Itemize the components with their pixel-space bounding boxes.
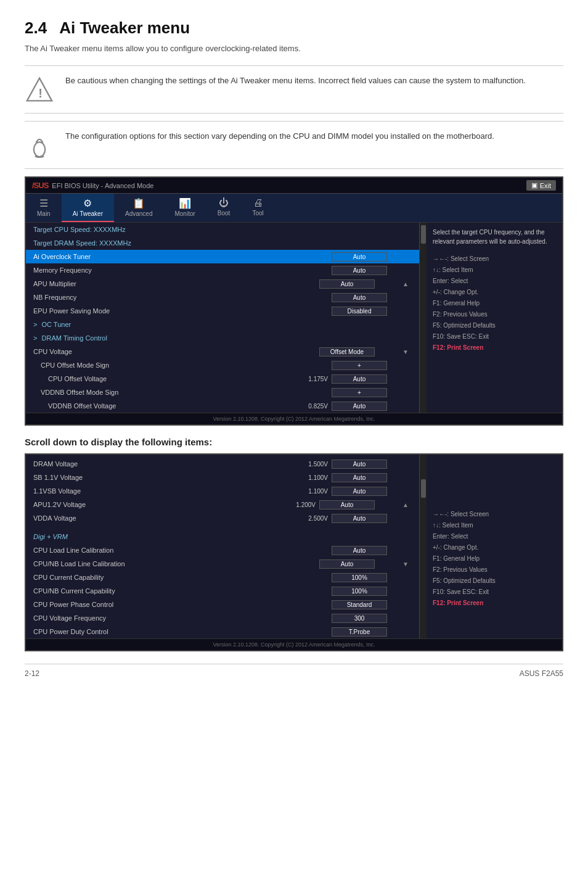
row-cpunb-load-line[interactable]: CPU/NB Load Line Calibration Auto ▼: [26, 557, 419, 571]
bios-right-panel-2: →←-: Select Screen ↑↓: Select Item Enter…: [427, 455, 562, 638]
monitor-icon: 📊: [179, 197, 191, 209]
cpu-power-duty-control-label: CPU Power Duty Control: [33, 628, 332, 635]
epu-power-saving-value: Disabled: [332, 307, 387, 316]
info-icon: [25, 130, 54, 160]
row-dram-timing-control[interactable]: > DRAM Timing Control: [26, 331, 419, 345]
row-vddnb-offset-voltage[interactable]: VDDNB Offset Voltage 0.825V Auto: [26, 399, 419, 413]
row-cpu-voltage[interactable]: CPU Voltage Offset Mode ▼: [26, 345, 419, 358]
row-vddnb-offset-mode-sign[interactable]: VDDNB Offset Mode Sign +: [26, 386, 419, 399]
dram-voltage-value: Auto: [332, 460, 387, 469]
nav-tool-label: Tool: [252, 210, 263, 217]
row-apu12v-voltage[interactable]: APU1.2V Voltage 1.200V Auto ▲: [26, 498, 419, 511]
digi-vrm-label: Digi + VRM: [33, 533, 412, 540]
row-apu-multiplier[interactable]: APU Multiplier Auto ▲: [26, 277, 419, 291]
section-description: The Ai Tweaker menu items allow you to c…: [25, 44, 563, 53]
section-number: 2.4: [25, 19, 47, 38]
row-cpu-offset-voltage[interactable]: CPU Offset Voltage 1.175V Auto: [26, 372, 419, 386]
cpu-power-phase-control-value: Standard: [332, 600, 387, 609]
nb-frequency-label: NB Frequency: [33, 294, 332, 301]
key-enter: Enter: Select: [433, 276, 556, 287]
row-nb-frequency[interactable]: NB Frequency Auto: [26, 291, 419, 304]
scrollbar-thumb-2: [421, 479, 426, 498]
vdda-voltage-value: Auto: [332, 514, 387, 523]
cpu-voltage-value-col: Offset Mode: [319, 347, 399, 357]
nav-ai-tweaker[interactable]: ⚙ Ai Tweaker: [62, 194, 114, 222]
ai-overclock-tuner-label: Ai Overclock Tuner: [33, 253, 332, 260]
sb-voltage-offset: 1.100V: [295, 474, 332, 481]
row-cpu-voltage-frequency[interactable]: CPU Voltage Frequency 300: [26, 611, 419, 625]
vddnb-offset-mode-sign-value-col: +: [332, 388, 412, 397]
row-ai-overclock-tuner[interactable]: Ai Overclock Tuner Auto: [26, 250, 419, 263]
dram-timing-label: > DRAM Timing Control: [33, 334, 412, 342]
cpu-current-capability-value: 100%: [332, 573, 387, 582]
row-11vsb-voltage[interactable]: 1.1VSB Voltage 1.100V Auto: [26, 484, 419, 498]
nav-monitor[interactable]: 📊 Monitor: [163, 194, 206, 222]
row-sb-voltage[interactable]: SB 1.1V Voltage 1.100V Auto: [26, 471, 419, 484]
asus-logo: /SUS: [32, 181, 48, 190]
vdda-voltage-offset: 2.500V: [295, 515, 332, 522]
row-cpu-power-phase-control[interactable]: CPU Power Phase Control Standard: [26, 598, 419, 611]
memory-frequency-value: Auto: [332, 266, 387, 275]
cpunb-current-capability-label: CPU/NB Current Capability: [33, 587, 332, 595]
cpu-offset-voltage-offset: 1.175V: [295, 376, 332, 382]
row-cpu-load-line[interactable]: CPU Load Line Calibration Auto: [26, 543, 419, 557]
bios-right-panel-1: Select the target CPU frequency, and the…: [427, 223, 562, 413]
nav-main[interactable]: ☰ Main: [26, 194, 62, 222]
svg-text:!: !: [38, 86, 43, 100]
row-oc-tuner[interactable]: > OC Tuner: [26, 318, 419, 331]
cpunb-load-line-arrow: ▼: [399, 561, 412, 567]
bios-rows: Target CPU Speed: XXXXMHz Target DRAM Sp…: [26, 223, 419, 413]
exit-label: Exit: [540, 182, 551, 189]
cpu-offset-voltage-label: CPU Offset Voltage: [33, 375, 295, 382]
cpu-voltage-frequency-value: 300: [332, 614, 387, 623]
sb-voltage-value-col: Auto: [332, 473, 412, 482]
cpu-voltage-label: CPU Voltage: [33, 348, 319, 355]
bios-keys-1: →←-: Select Screen ↑↓: Select Item Enter…: [433, 254, 556, 353]
row-cpunb-current-capability[interactable]: CPU/NB Current Capability 100%: [26, 584, 419, 598]
bios-content-2: DRAM Voltage 1.500V Auto SB 1.1V Voltage…: [26, 455, 562, 638]
apu-multiplier-value: Auto: [319, 279, 375, 289]
scroll-label: Scroll down to display the following ite…: [25, 437, 563, 447]
bios-mode-text: EFI BIOS Utility - Advanced Mode: [52, 182, 153, 189]
row-epu-power-saving[interactable]: EPU Power Saving Mode Disabled: [26, 304, 419, 318]
row-cpu-offset-mode-sign[interactable]: CPU Offset Mode Sign +: [26, 358, 419, 372]
product-name: ASUS F2A55: [520, 669, 563, 678]
target-cpu-speed-label: Target CPU Speed: XXXXMHz: [33, 226, 412, 233]
cpu-power-phase-control-label: CPU Power Phase Control: [33, 601, 332, 608]
key2-f5: F5: Optimized Defaults: [433, 576, 556, 587]
ai-overclock-tuner-value-col: Auto: [332, 252, 412, 262]
row-dram-voltage[interactable]: DRAM Voltage 1.500V Auto: [26, 457, 419, 471]
nav-tool[interactable]: 🖨 Tool: [241, 194, 274, 222]
key2-select-item: ↑↓: Select Item: [433, 520, 556, 531]
11vsb-voltage-value: Auto: [332, 487, 387, 496]
apu-multiplier-arrow: ▲: [399, 281, 412, 287]
bios-nav: ☰ Main ⚙ Ai Tweaker 📋 Advanced 📊 Monitor…: [26, 194, 562, 223]
bios-header: /SUS EFI BIOS Utility - Advanced Mode ▣ …: [26, 178, 562, 194]
memory-frequency-label: Memory Frequency: [33, 266, 332, 274]
page-number: 2-12: [25, 669, 39, 678]
info-text: The configuration options for this secti…: [65, 130, 494, 142]
cpu-offset-mode-sign-value: +: [332, 361, 387, 370]
cpu-voltage-value: Offset Mode: [319, 347, 375, 357]
apu-multiplier-value-col: Auto: [319, 279, 399, 289]
section-header: 2.4 Ai Tweaker menu: [25, 19, 563, 38]
key2-change-opt: +/-: Change Opt.: [433, 542, 556, 553]
11vsb-voltage-label: 1.1VSB Voltage: [33, 487, 295, 495]
row-memory-frequency[interactable]: Memory Frequency Auto: [26, 263, 419, 277]
row-cpu-current-capability[interactable]: CPU Current Capability 100%: [26, 571, 419, 584]
exit-icon: ▣: [531, 181, 537, 189]
row-cpu-power-duty-control[interactable]: CPU Power Duty Control T.Probe: [26, 625, 419, 638]
epu-power-saving-value-col: Disabled: [332, 307, 412, 316]
bios-spacer: [26, 525, 419, 530]
memory-frequency-value-col: Auto: [332, 266, 412, 275]
bios-info-text-1: Select the target CPU frequency, and the…: [433, 228, 556, 246]
row-digi-vrm: Digi + VRM: [26, 530, 419, 543]
11vsb-voltage-value-col: Auto: [332, 487, 412, 496]
row-vdda-voltage[interactable]: VDDA Voltage 2.500V Auto: [26, 511, 419, 525]
cpu-power-duty-control-value-col: T.Probe: [332, 627, 412, 637]
nav-main-label: Main: [37, 210, 51, 217]
vddnb-offset-voltage-value-col: Auto: [332, 402, 412, 411]
nav-advanced[interactable]: 📋 Advanced: [114, 194, 163, 222]
nav-boot[interactable]: ⏻ Boot: [206, 194, 242, 222]
bios-exit-button[interactable]: ▣ Exit: [526, 180, 556, 191]
